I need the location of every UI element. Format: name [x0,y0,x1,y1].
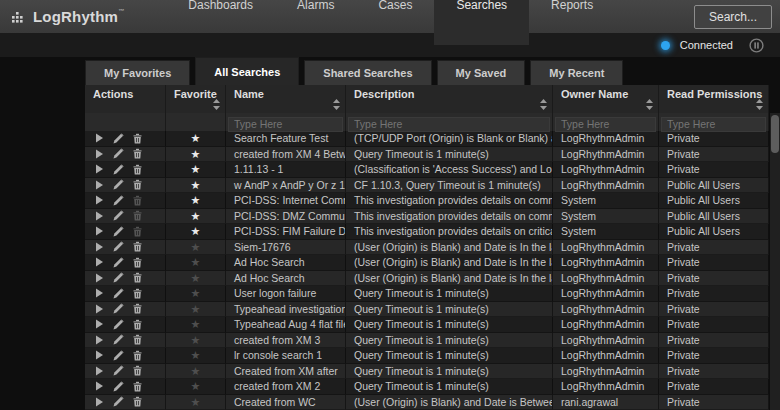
run-search-button[interactable] [95,195,104,205]
edit-search-button[interactable] [113,334,124,345]
table-row[interactable]: ★Siem-17676(User (Origin) is Blank) and … [85,240,769,256]
run-search-button[interactable] [95,397,104,407]
sort-icon[interactable] [333,99,340,110]
table-row[interactable]: ★Typeahead investigation ...Query Timeou… [85,302,769,318]
run-search-button[interactable] [95,133,104,143]
table-row[interactable]: ★Created from WC(User (Origin) is Blank)… [85,395,769,410]
favorite-star-icon[interactable]: ★ [191,256,201,268]
nav-item-searches[interactable]: Searches [434,0,529,45]
edit-search-button[interactable] [113,164,124,175]
edit-search-button[interactable] [113,241,124,252]
run-search-button[interactable] [95,304,104,314]
sort-icon[interactable] [213,99,220,110]
edit-search-button[interactable] [113,396,124,407]
favorite-star-icon[interactable]: ★ [191,272,201,284]
favorite-star-icon[interactable]: ★ [191,303,201,315]
delete-search-button[interactable] [133,272,142,283]
table-row[interactable]: ★User logon failureQuery Timeout is 1 mi… [85,286,769,302]
delete-search-button[interactable] [133,381,142,392]
sort-icon[interactable] [540,99,547,110]
run-search-button[interactable] [95,242,104,252]
edit-search-button[interactable] [113,257,124,268]
run-search-button[interactable] [95,211,104,221]
run-search-button[interactable] [95,273,104,283]
table-row[interactable]: ★Ad Hoc Search(User (Origin) is Blank) a… [85,271,769,287]
filter-input-read-permissions[interactable] [661,117,766,132]
column-header-read-permissions[interactable]: Read Permissions [659,85,769,113]
nav-item-cases[interactable]: Cases [356,0,434,21]
edit-search-button[interactable] [113,133,124,144]
delete-search-button[interactable] [133,241,142,252]
edit-search-button[interactable] [113,195,124,206]
favorite-star-icon[interactable]: ★ [191,132,201,144]
global-search-button[interactable]: Search... [694,5,772,29]
edit-search-button[interactable] [113,226,124,237]
favorite-star-icon[interactable]: ★ [191,225,201,237]
table-row[interactable]: ★Ad Hoc Search(User (Origin) is Blank) a… [85,255,769,271]
table-row[interactable]: ★Search Feature Test(TCP/UDP Port (Origi… [85,131,769,147]
run-search-button[interactable] [95,164,104,174]
table-row[interactable]: ★Created from XM afterQuery Timeout is 1… [85,364,769,380]
run-search-button[interactable] [95,319,104,329]
delete-search-button[interactable] [133,164,142,175]
favorite-star-icon[interactable]: ★ [191,318,201,330]
favorite-star-icon[interactable]: ★ [191,349,201,361]
favorite-star-icon[interactable]: ★ [191,287,201,299]
run-search-button[interactable] [95,288,104,298]
edit-search-button[interactable] [113,288,124,299]
run-search-button[interactable] [95,226,104,236]
scrollbar-thumb[interactable] [771,115,779,153]
table-row[interactable]: ★lr console search 1Query Timeout is 1 m… [85,348,769,364]
column-header-name[interactable]: Name [226,85,346,113]
edit-search-button[interactable] [113,272,124,283]
delete-search-button[interactable] [133,148,142,159]
favorite-star-icon[interactable]: ★ [191,163,201,175]
table-row[interactable]: ★created from XM 4 Betw...Query Timeout … [85,147,769,163]
vertical-scrollbar[interactable] [770,113,780,410]
edit-search-button[interactable] [113,210,124,221]
tab-my-recent[interactable]: My Recent [530,60,623,85]
delete-search-button[interactable] [133,350,142,361]
run-search-button[interactable] [95,149,104,159]
edit-search-button[interactable] [113,319,124,330]
column-header-description[interactable]: Description [346,85,553,113]
edit-search-button[interactable] [113,381,124,392]
nav-item-reports[interactable]: Reports [529,0,615,21]
favorite-star-icon[interactable]: ★ [191,365,201,377]
table-row[interactable]: ★PCI-DSS: DMZ Communic...This investigat… [85,209,769,225]
table-row[interactable]: ★1.11.13 - 1(Classification is 'Access S… [85,162,769,178]
filter-input-description[interactable] [348,117,550,132]
tab-my-saved[interactable]: My Saved [437,60,526,85]
run-search-button[interactable] [95,381,104,391]
filter-input-owner-name[interactable] [555,117,656,132]
delete-search-button[interactable] [133,133,142,144]
delete-search-button[interactable] [133,319,142,330]
column-header-favorite[interactable]: Favorite [166,85,226,113]
favorite-star-icon[interactable]: ★ [191,148,201,160]
nav-item-alarms[interactable]: Alarms [275,0,356,21]
favorite-star-icon[interactable]: ★ [191,210,201,222]
run-search-button[interactable] [95,366,104,376]
delete-search-button[interactable] [133,303,142,314]
edit-search-button[interactable] [113,365,124,376]
column-header-owner-name[interactable]: Owner Name [553,85,659,113]
pause-updates-button[interactable] [749,38,764,53]
run-search-button[interactable] [95,180,104,190]
favorite-star-icon[interactable]: ★ [191,179,201,191]
edit-search-button[interactable] [113,179,124,190]
sort-icon[interactable] [756,99,763,110]
run-search-button[interactable] [95,350,104,360]
run-search-button[interactable] [95,335,104,345]
table-row[interactable]: ★Typeahead Aug 4 flat fileQuery Timeout … [85,317,769,333]
table-row[interactable]: ★PCI-DSS: Internet Comm...This investiga… [85,193,769,209]
edit-search-button[interactable] [113,148,124,159]
favorite-star-icon[interactable]: ★ [191,334,201,346]
delete-search-button[interactable] [133,257,142,268]
edit-search-button[interactable] [113,350,124,361]
favorite-star-icon[interactable]: ★ [191,380,201,392]
table-row[interactable]: ★PCI-DSS: FIM Failure DetailThis investi… [85,224,769,240]
edit-search-button[interactable] [113,303,124,314]
favorite-star-icon[interactable]: ★ [191,396,201,408]
tab-shared-searches[interactable]: Shared Searches [304,60,431,85]
tab-all-searches[interactable]: All Searches [195,57,299,85]
